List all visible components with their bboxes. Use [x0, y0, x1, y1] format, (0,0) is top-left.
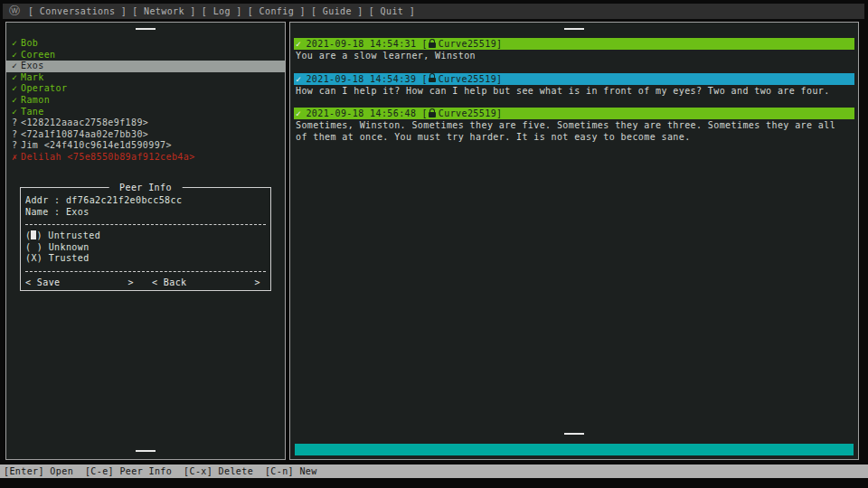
message-timestamp: 2021-09-18 14:54:39 — [306, 73, 416, 85]
message-timestamp: 2021-09-18 14:54:31 — [306, 38, 416, 50]
peer-addr-value: df76a2c21f2e0bcc58cc — [66, 195, 182, 205]
menu-bar: ⓦ [ Conversations ] [ Network ] [ Log ] … — [3, 4, 864, 19]
cipher-bracket: ] — [496, 108, 502, 119]
contact-label: Jim <24f410c9614e1d590997> — [21, 140, 172, 150]
lock-icon — [429, 41, 436, 48]
message-text: Sometimes, Winston. Sometimes they are f… — [294, 119, 854, 143]
radio-option-untrusted[interactable]: () Untrusted — [25, 230, 266, 242]
message-list: ✓2021-09-18 14:54:31[Curve25519] You are… — [294, 38, 854, 143]
contacts-scroll-indicator-top — [6, 23, 285, 34]
cipher-label: Curve25519 — [439, 38, 496, 50]
trusted-check-icon: ✓ — [12, 50, 21, 61]
delivered-check-icon: ✓ — [296, 108, 301, 119]
unknown-question-icon: ? — [12, 117, 21, 129]
contact-row-unknown-1[interactable]: ?<128212aaac2758e9f189> — [6, 117, 285, 129]
chat-scroll-indicator-bottom — [290, 427, 858, 439]
contact-label: Exos — [21, 61, 44, 70]
trusted-check-icon: ✓ — [12, 72, 21, 84]
app-logo-icon: ⓦ — [9, 4, 20, 19]
message-header: ✓2021-09-18 14:54:39[Curve25519] — [294, 73, 854, 85]
cipher-bracket: [ — [421, 108, 427, 119]
contact-label: <128212aaac2758e9f189> — [21, 117, 148, 127]
menu-item-quit[interactable]: [ Quit ] — [369, 6, 415, 16]
delivered-check-icon: ✓ — [296, 38, 301, 50]
contact-label: Bob — [21, 38, 38, 48]
cipher-bracket: [ — [421, 38, 427, 50]
menu-item-conversations[interactable]: [ Conversations ] — [28, 6, 127, 16]
button-arrow-left: < — [152, 277, 164, 287]
lock-icon — [429, 75, 436, 82]
menu-item-log[interactable]: [ Log ] — [202, 6, 242, 16]
chat-panel: ✓2021-09-18 14:54:31[Curve25519] You are… — [289, 22, 859, 460]
contact-row-tane[interactable]: ✓Tane — [6, 107, 285, 118]
radio-paren: ) — [37, 253, 49, 263]
status-bar-keybind-hints: [Enter] Open [C-e] Peer Info [C-x] Delet… — [0, 465, 868, 478]
cipher-label: Curve25519 — [439, 108, 496, 119]
chat-message: ✓2021-09-18 14:54:39[Curve25519] How can… — [294, 73, 854, 98]
contact-row-delilah[interactable]: ✗Delilah <75e8550b89af912ceb4a> — [6, 152, 285, 164]
contact-row-ramon[interactable]: ✓Ramon — [6, 95, 285, 107]
message-input[interactable] — [295, 444, 854, 455]
dialog-separator — [25, 271, 266, 272]
contact-row-unknown-2[interactable]: ?<72a1f10874aa02e7bb30> — [6, 129, 285, 141]
button-arrow-right: > — [128, 277, 134, 287]
contacts-scroll-indicator-bottom — [6, 445, 285, 456]
radio-label: Untrusted — [48, 230, 100, 240]
peer-info-dialog: Peer Info Addr : df76a2c21f2e0bcc58cc Na… — [20, 187, 271, 291]
chat-message: ✓2021-09-18 14:56:48[Curve25519] Sometim… — [294, 108, 854, 143]
menu-item-guide[interactable]: [ Guide ] — [311, 6, 363, 16]
contact-label: Operator — [21, 83, 67, 93]
button-arrow-right: > — [255, 277, 260, 287]
peer-name-value: Exos — [66, 207, 90, 217]
message-header: ✓2021-09-18 14:54:31[Curve25519] — [294, 38, 854, 50]
radio-paren: ) — [37, 242, 49, 252]
peer-name-field: Name : Exos — [25, 206, 266, 218]
contact-row-exos-selected[interactable]: ✓Exos — [6, 61, 285, 72]
button-arrow-left: < — [25, 277, 37, 287]
menu-item-network[interactable]: [ Network ] — [132, 6, 196, 16]
message-text: You are a slow learner, Winston — [294, 50, 854, 62]
save-button[interactable]: < Save> — [25, 277, 139, 287]
dialog-separator — [25, 224, 266, 225]
radio-option-trusted[interactable]: (X) Trusted — [25, 253, 266, 265]
cipher-bracket: ] — [496, 73, 502, 85]
unknown-question-icon: ? — [12, 129, 21, 141]
contact-row-bob[interactable]: ✓Bob — [6, 38, 285, 50]
menu-item-config[interactable]: [ Config ] — [248, 6, 306, 16]
radio-label: Trusted — [49, 253, 90, 263]
radio-paren: ) — [36, 230, 48, 240]
contact-list: ✓Bob ✓Coreen ✓Exos ✓Mark ✓Operator ✓Ramo… — [6, 38, 285, 164]
contact-row-coreen[interactable]: ✓Coreen — [6, 50, 285, 61]
trusted-check-icon: ✓ — [12, 61, 21, 72]
chat-message: ✓2021-09-18 14:54:31[Curve25519] You are… — [294, 38, 854, 62]
peer-addr-label: Addr : — [25, 195, 66, 205]
radio-label: Unknown — [49, 242, 90, 252]
message-header: ✓2021-09-18 14:56:48[Curve25519] — [294, 108, 854, 119]
delivered-check-icon: ✓ — [296, 73, 301, 85]
contact-label: Coreen — [21, 50, 56, 60]
contacts-panel: ✓Bob ✓Coreen ✓Exos ✓Mark ✓Operator ✓Ramo… — [5, 22, 286, 460]
back-button[interactable]: < Back> — [152, 277, 266, 287]
trusted-check-icon: ✓ — [12, 38, 21, 50]
trusted-check-icon: ✓ — [12, 95, 21, 107]
message-text: How can I help it? How can I help but se… — [294, 85, 854, 98]
peer-name-label: Name : — [25, 207, 66, 217]
save-button-label: < Save — [25, 277, 61, 287]
contact-row-operator[interactable]: ✓Operator — [6, 83, 285, 95]
back-button-label: < Back — [152, 277, 187, 287]
peer-info-dialog-title: Peer Info — [109, 183, 183, 192]
cipher-bracket: [ — [421, 73, 427, 85]
radio-option-unknown[interactable]: ( ) Unknown — [25, 242, 266, 254]
cipher-label: Curve25519 — [439, 73, 496, 85]
trusted-check-icon: ✓ — [12, 83, 21, 95]
contact-label: Tane — [21, 107, 44, 117]
lock-icon — [429, 110, 436, 117]
contact-row-mark[interactable]: ✓Mark — [6, 72, 285, 84]
chat-scroll-indicator-top — [290, 23, 858, 34]
peer-addr-field: Addr : df76a2c21f2e0bcc58cc — [25, 194, 266, 206]
unknown-question-icon: ? — [12, 140, 21, 152]
contact-row-jim[interactable]: ?Jim <24f410c9614e1d590997> — [6, 140, 285, 152]
message-timestamp: 2021-09-18 14:56:48 — [306, 108, 416, 119]
contact-label: Delilah <75e8550b89af912ceb4a> — [21, 152, 195, 162]
blocked-cross-icon: ✗ — [12, 152, 21, 164]
